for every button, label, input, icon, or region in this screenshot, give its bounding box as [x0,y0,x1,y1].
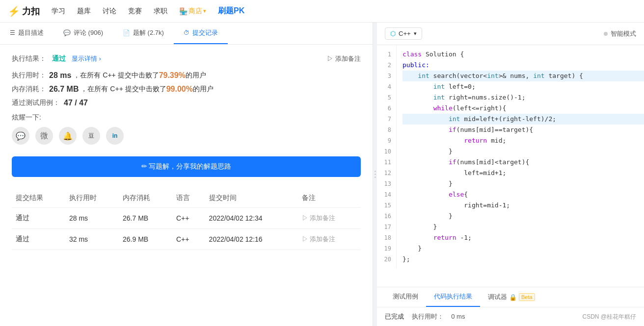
line-number: 20 [377,254,396,265]
tab-submissions[interactable]: ⏱ 提交记录 [174,23,228,44]
nav-item-jobs[interactable]: 求职 [154,5,167,18]
col-memory: 内存消耗 [119,189,172,208]
code-line: int left=0; [402,81,644,92]
divider-dot-2 [375,174,376,175]
wechat-btn[interactable]: 💬 [12,127,29,145]
submission-content: 执行结果： 通过 显示详情 › ▷ 添加备注 执行用时： 28 ms ，在所有 … [0,45,373,326]
submission-table: 提交结果 执行用时 内存消耗 语言 提交时间 备注 通过 28 ms 26.7 … [12,189,361,250]
code-line: while(left<=right){ [402,103,644,114]
nav-item-problems[interactable]: 题库 [77,5,91,18]
table-row: 通过 32 ms 26.9 MB C++ 2022/04/02 12:16 ▷ … [12,229,361,250]
col-lang: 语言 [172,189,205,208]
weibo-btn[interactable]: 微 [35,127,53,145]
line-number: 17 [377,222,396,232]
code-line: } [402,178,644,189]
code-line: if(nums[mid]<target){ [402,157,644,168]
result-status[interactable]: 通过 [52,54,66,62]
row-memory: 26.7 MB [119,208,172,229]
line-number: 5 [377,92,396,103]
tab-bar: ☰ 题目描述 💬 评论 (906) 📄 题解 (2.7k) ⏱ 提交记录 [0,23,373,45]
tab-debugger[interactable]: 调试器 🔒 Beta [480,287,543,307]
linkedin-btn[interactable]: in [106,127,124,145]
description-icon: ☰ [10,29,15,36]
exec-time-value: 0 ms [451,313,465,320]
code-line: else{ [402,189,644,200]
douban-icon: 豆 [88,132,94,140]
bottom-tab-bar: 测试用例 代码执行结果 调试器 🔒 Beta [377,287,644,307]
row-runtime: 28 ms [65,208,119,229]
line-number: 19 [377,243,396,254]
code-line: left=mid+1; [402,168,644,178]
linkedin-icon: in [112,132,118,139]
logo[interactable]: ⚡ 力扣 [8,5,40,17]
code-line: } [402,243,644,254]
line-numbers: 1234567891011121314151617181920 [377,45,397,269]
bell-btn[interactable]: 🔔 [59,127,77,145]
line-number: 15 [377,200,396,211]
nav-item-pk[interactable]: 刷题PK [218,6,244,16]
write-solution-button[interactable]: ✏ 写题解，分享我的解题思路 [12,156,361,177]
mode-indicator [604,32,608,36]
nav-item-contest[interactable]: 竞赛 [128,5,142,18]
divider-dot-3 [375,176,376,178]
store-icon: 🏪 [179,7,188,15]
col-runtime: 执行用时 [65,189,119,208]
intelligent-mode: 智能模式 [604,29,636,38]
social-icons: 💬 微 🔔 豆 in [12,127,361,145]
table-row: 通过 28 ms 26.7 MB C++ 2022/04/02 12:34 ▷ … [12,208,361,229]
line-number: 11 [377,157,396,168]
show-detail-link[interactable]: 显示详情 › [72,55,101,62]
tab-exec-result[interactable]: 代码执行结果 [426,287,480,307]
beta-badge: Beta [519,293,535,301]
right-panel: ⬡ C++ ▾ 智能模式 123456789101112131415161718… [377,23,644,326]
clock-icon: ⏱ [184,29,189,36]
line-number: 13 [377,178,396,189]
code-line: } [402,211,644,222]
editor-header: ⬡ C++ ▾ 智能模式 [377,23,644,45]
line-number: 14 [377,189,396,200]
solution-icon: 📄 [123,29,130,36]
tab-description[interactable]: ☰ 题目描述 [0,23,54,44]
code-line: return -1; [402,232,644,243]
line-number: 6 [377,103,396,114]
result-summary: 执行结果： 通过 显示详情 › [12,54,101,63]
bottom-result-bar: 已完成 执行用时： 0 ms CSDN @桂花年糕仔 [377,307,644,326]
result-label: 执行结果： [12,54,46,62]
nav-item-store[interactable]: 🏪 商店 ▾ [179,5,206,18]
add-note-btn[interactable]: ▷ 添加备注 [327,54,361,63]
code-line: int right=nums.size()-1; [402,92,644,103]
row-status[interactable]: 通过 [12,208,65,229]
row-lang: C++ [172,229,205,250]
code-line: int mid=left+(right-left)/2; [402,114,644,125]
completion-status: 已完成 执行用时： 0 ms [385,312,465,321]
row-status[interactable]: 通过 [12,229,65,250]
lock-icon: 🔒 [509,294,517,301]
tab-comments[interactable]: 💬 评论 (906) [54,23,113,44]
bell-icon: 🔔 [63,131,73,141]
nav-item-discuss[interactable]: 讨论 [103,5,116,18]
tab-solutions[interactable]: 📄 题解 (2.7k) [113,23,174,44]
code-line: return mid; [402,135,644,146]
panel-divider[interactable] [373,23,377,326]
douban-btn[interactable]: 豆 [82,127,100,145]
line-number: 4 [377,81,396,92]
logo-text: 力扣 [22,5,40,17]
col-status: 提交结果 [12,189,65,208]
row-runtime: 32 ms [65,229,119,250]
result-section: 执行结果： 通过 显示详情 › ▷ 添加备注 执行用时： 28 ms ，在所有 … [12,54,361,250]
lang-icon: ⬡ [390,30,396,37]
row-lang: C++ [172,208,205,229]
nav-item-learn[interactable]: 学习 [52,5,65,18]
code-editor[interactable]: 1234567891011121314151617181920 class So… [377,45,644,287]
line-number: 8 [377,125,396,135]
row-note[interactable]: ▷ 添加备注 [298,208,361,229]
code-content: class Solution {public: int search(vecto… [397,45,644,269]
row-note[interactable]: ▷ 添加备注 [298,229,361,250]
code-line: right=mid-1; [402,200,644,211]
divider-dot-1 [375,171,376,172]
line-number: 10 [377,146,396,157]
tab-testcase[interactable]: 测试用例 [385,287,426,307]
code-line: class Solution { [402,49,644,60]
language-selector[interactable]: ⬡ C++ ▾ [385,27,422,40]
line-number: 16 [377,211,396,222]
